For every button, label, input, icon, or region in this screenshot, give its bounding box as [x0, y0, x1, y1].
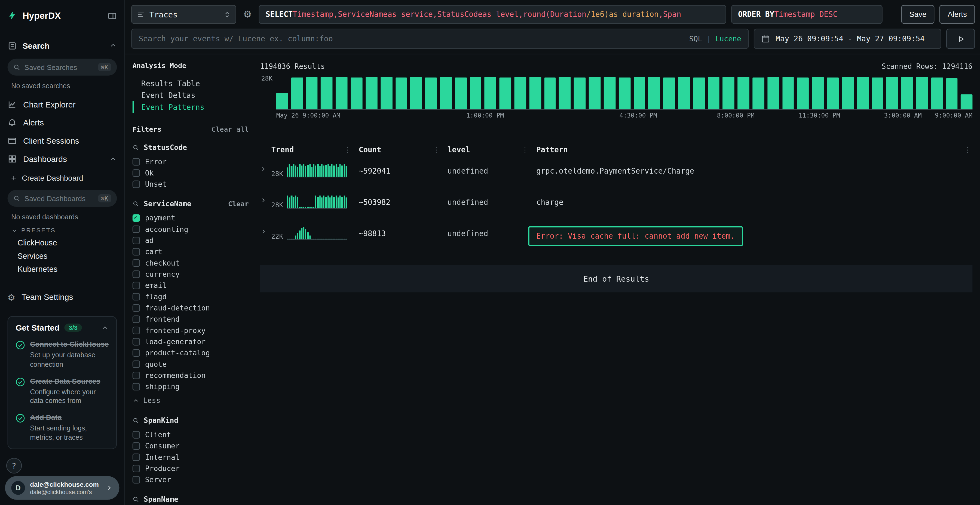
- filter-option[interactable]: Unset: [132, 179, 249, 190]
- create-dashboard-button[interactable]: Create Dashboard: [8, 170, 117, 186]
- saved-dashboards-input[interactable]: Saved Dashboards ⌘K: [8, 190, 117, 207]
- checkbox[interactable]: [132, 383, 140, 391]
- checkbox[interactable]: [132, 338, 140, 346]
- table-row[interactable]: 28K ~503982 undefined charge: [260, 195, 972, 212]
- checkbox[interactable]: [132, 248, 140, 256]
- checkbox[interactable]: [132, 237, 140, 245]
- checkbox[interactable]: [132, 226, 140, 233]
- filter-option[interactable]: Producer: [132, 463, 249, 474]
- checkbox[interactable]: [132, 327, 140, 334]
- filter-option[interactable]: Server: [132, 474, 249, 485]
- mode-sql-toggle[interactable]: SQL: [689, 34, 702, 43]
- save-button[interactable]: Save: [901, 5, 935, 24]
- order-by-input[interactable]: ORDER BY Timestamp DESC: [731, 5, 883, 24]
- chevron-right-icon[interactable]: [106, 484, 113, 492]
- filter-option[interactable]: Ok: [132, 167, 249, 178]
- filter-option[interactable]: Consumer: [132, 440, 249, 452]
- results-histogram[interactable]: 28K May 26 9:00:00 AM1:00:00 PM4:30:00 P…: [260, 77, 972, 121]
- search-icon[interactable]: [132, 496, 139, 503]
- mode-lucene-toggle[interactable]: Lucene: [715, 34, 741, 43]
- run-query-button[interactable]: [946, 29, 975, 49]
- get-started-item[interactable]: Add Data Start sending logs, metrics, or…: [16, 413, 109, 442]
- preset-clickhouse[interactable]: ClickHouse: [8, 236, 117, 249]
- filter-option[interactable]: checkout: [132, 257, 249, 268]
- checkbox[interactable]: [132, 442, 140, 450]
- filter-option[interactable]: cart: [132, 246, 249, 257]
- expand-row-icon[interactable]: [260, 164, 271, 173]
- column-menu-icon[interactable]: ⋮: [433, 146, 440, 154]
- filter-option[interactable]: payment: [132, 213, 249, 224]
- checkbox[interactable]: [132, 282, 140, 289]
- show-less-toggle[interactable]: Less: [132, 394, 249, 407]
- filter-option[interactable]: Error: [132, 156, 249, 167]
- checkbox[interactable]: [132, 293, 140, 301]
- filter-option[interactable]: product-catalog: [132, 348, 249, 359]
- checkbox[interactable]: [132, 169, 140, 177]
- clear-all-filters-link[interactable]: Clear all: [212, 125, 249, 133]
- column-menu-icon[interactable]: ⋮: [344, 146, 352, 154]
- alerts-button[interactable]: Alerts: [939, 5, 975, 24]
- checkbox[interactable]: [132, 372, 140, 379]
- filter-option[interactable]: load-generator: [132, 336, 249, 347]
- checkbox[interactable]: [132, 465, 140, 472]
- checkbox[interactable]: [132, 360, 140, 368]
- sidebar-item-search[interactable]: Search: [8, 36, 117, 55]
- filter-option[interactable]: Client: [132, 429, 249, 440]
- filter-option[interactable]: quote: [132, 359, 249, 370]
- search-icon[interactable]: [132, 144, 139, 151]
- filter-option[interactable]: shipping: [132, 381, 249, 392]
- filter-option[interactable]: ad: [132, 235, 249, 246]
- sidebar-item-chart-explorer[interactable]: Chart Explorer: [8, 95, 117, 114]
- checkbox[interactable]: [132, 431, 140, 438]
- get-started-item[interactable]: Create Data Sources Configure where your…: [16, 376, 109, 406]
- presets-toggle[interactable]: PRESETS: [11, 227, 117, 233]
- checkbox[interactable]: [132, 349, 140, 357]
- search-icon[interactable]: [132, 200, 139, 207]
- get-started-header[interactable]: Get Started 3/3: [16, 323, 109, 332]
- user-menu[interactable]: D dale@clickhouse.com dale@clickhouse.co…: [5, 476, 119, 500]
- analysis-mode-event-deltas[interactable]: Event Deltas: [132, 89, 258, 101]
- filter-option[interactable]: currency: [132, 268, 249, 280]
- preset-kubernetes[interactable]: Kubernetes: [8, 262, 117, 275]
- column-count[interactable]: Count⋮: [359, 146, 447, 154]
- pattern-highlight-box[interactable]: Error: Visa cache full: cannot add new i…: [528, 226, 743, 246]
- checkbox[interactable]: [132, 454, 140, 461]
- histogram-bars[interactable]: [276, 77, 973, 110]
- saved-searches-input[interactable]: Saved Searches ⌘K: [8, 59, 117, 76]
- preset-services[interactable]: Services: [8, 249, 117, 262]
- source-select[interactable]: Traces: [131, 5, 236, 24]
- checkbox[interactable]: [132, 214, 140, 222]
- sidebar-item-client-sessions[interactable]: Client Sessions: [8, 132, 117, 150]
- checkbox[interactable]: [132, 304, 140, 312]
- get-started-item[interactable]: Connect to ClickHouse Set up your databa…: [16, 340, 109, 369]
- filter-option[interactable]: fraud-detection: [132, 302, 249, 313]
- column-level[interactable]: level⋮: [447, 146, 536, 154]
- source-settings-icon[interactable]: ⚙: [241, 9, 254, 20]
- table-row[interactable]: 22K ~98813 undefined Error: Visa cache f…: [260, 227, 972, 246]
- sidebar-item-dashboards[interactable]: Dashboards: [8, 150, 117, 168]
- chevron-up-icon[interactable]: [101, 324, 109, 332]
- collapse-sidebar-icon[interactable]: [108, 11, 117, 20]
- column-menu-icon[interactable]: ⋮: [964, 146, 971, 154]
- filter-option[interactable]: email: [132, 280, 249, 291]
- filter-option[interactable]: frontend: [132, 314, 249, 325]
- sidebar-item-alerts[interactable]: Alerts: [8, 114, 117, 132]
- column-pattern[interactable]: Pattern⋮: [536, 146, 973, 154]
- checkbox[interactable]: [132, 270, 140, 278]
- column-trend[interactable]: Trend⋮: [271, 146, 358, 154]
- checkbox[interactable]: [132, 158, 140, 166]
- search-icon[interactable]: [132, 417, 139, 424]
- table-row[interactable]: 28K ~592041 undefined grpc.oteldemo.Paym…: [260, 164, 972, 181]
- analysis-mode-event-patterns[interactable]: Event Patterns: [132, 101, 258, 113]
- sidebar-item-team-settings[interactable]: ⚙ Team Settings: [8, 288, 117, 306]
- analysis-mode-results-table[interactable]: Results Table: [132, 78, 258, 89]
- date-range-picker[interactable]: May 26 09:09:54 - May 27 09:09:54: [754, 29, 941, 49]
- clear-filter-link[interactable]: Clear: [228, 200, 249, 208]
- search-input[interactable]: Search your events w/ Lucene ex. column:…: [131, 29, 749, 49]
- expand-row-icon[interactable]: [260, 227, 271, 235]
- checkbox[interactable]: [132, 476, 140, 483]
- filter-option[interactable]: Internal: [132, 452, 249, 463]
- filter-option[interactable]: recommendation: [132, 370, 249, 381]
- chevron-up-icon[interactable]: [110, 42, 117, 49]
- checkbox[interactable]: [132, 259, 140, 267]
